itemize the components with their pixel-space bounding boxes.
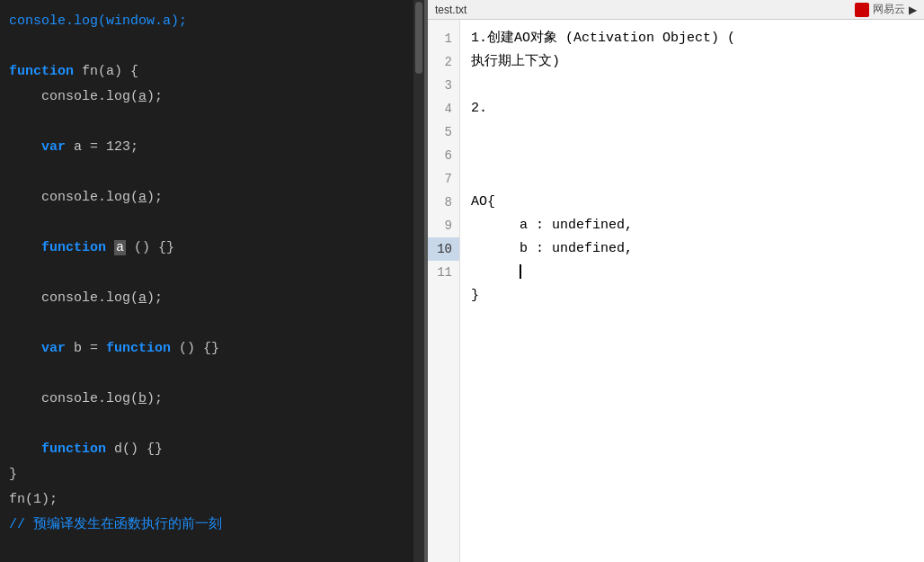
keyword-function3: function <box>106 336 171 361</box>
code-line-empty8 <box>0 412 413 437</box>
line-num-7: 7 <box>428 167 459 191</box>
code-line-empty4 <box>0 210 413 236</box>
keyword-function2: function <box>9 236 114 261</box>
code-text: console.log(a); <box>9 185 163 210</box>
code-line-empty3 <box>0 160 413 185</box>
text-line-2 <box>471 74 913 97</box>
code-text: console.log(a); <box>9 286 163 311</box>
code-line-4: console.log(a); <box>0 85 413 110</box>
code-line-12: console.log(a); <box>0 286 413 311</box>
line-num-1: 1 <box>428 27 459 50</box>
text-line-10 <box>471 261 913 284</box>
text-line-11: } <box>471 284 913 308</box>
code-text: fn(1); <box>9 487 58 513</box>
line-num-6: 6 <box>428 144 459 167</box>
line-num-5: 5 <box>428 120 459 144</box>
line-num-9: 9 <box>428 214 459 237</box>
code-line-19: } <box>0 462 413 487</box>
code-line-18: function d() {} <box>0 437 413 462</box>
code-line-empty5 <box>0 261 413 286</box>
text-line-5 <box>471 144 913 167</box>
line-number-column: 1 2 3 4 5 6 7 8 9 10 11 <box>428 20 460 562</box>
editor-scrollbar[interactable] <box>413 0 424 562</box>
line-num-4: 4 <box>428 97 459 120</box>
code-line-empty6 <box>0 311 413 336</box>
comment-text: // 预编译发生在函数执行的前一刻 <box>9 513 222 538</box>
code-text: console.log(a); <box>9 85 163 110</box>
text-line-7: AO{ <box>471 191 913 214</box>
text-lines[interactable]: 1.创建AO对象 (Activation Object) ( 执行期上下文) 2… <box>460 20 924 562</box>
line-num-11: 11 <box>428 261 459 284</box>
code-line-10: function a () {} <box>0 236 413 261</box>
keyword-function4: function <box>9 437 114 462</box>
keyword-var: var <box>9 135 74 160</box>
text-line-3: 2. <box>471 97 913 120</box>
line-num-2: 2 <box>428 50 459 74</box>
text-line-4 <box>471 120 913 144</box>
text-editor-panel: test.txt 网易云 ▶ 1 2 3 4 5 6 7 8 9 10 11 1… <box>428 0 924 562</box>
line-num-8: 8 <box>428 191 459 214</box>
tab-label[interactable]: test.txt <box>435 4 466 16</box>
keyword-var2: var <box>9 336 74 361</box>
text-line-8: a : undefined, <box>471 214 913 237</box>
code-line-3: function fn(a) { <box>0 59 413 85</box>
line-num-3: 3 <box>428 74 459 97</box>
code-line-1: console.log(window.a); <box>0 9 413 34</box>
code-line-20: fn(1); <box>0 487 413 513</box>
code-line-empty7 <box>0 361 413 387</box>
code-text: } <box>9 462 17 487</box>
code-editor-panel: console.log(window.a); function fn(a) { … <box>0 0 413 562</box>
code-line-14: var b = function () {} <box>0 336 413 361</box>
nav-arrow: ▶ <box>909 4 917 16</box>
brand-icon <box>855 3 869 17</box>
code-line-6: var a = 123; <box>0 135 413 160</box>
tab-header: test.txt 网易云 ▶ <box>428 0 924 20</box>
scrollbar-thumb[interactable] <box>415 2 422 74</box>
code-text: console.log(window.a); <box>9 9 187 34</box>
code-line-16: console.log(b); <box>0 387 413 412</box>
line-num-10: 10 <box>428 237 459 261</box>
code-line-empty <box>0 34 413 59</box>
keyword-function: function <box>9 59 82 85</box>
code-line-21: // 预编译发生在函数执行的前一刻 <box>0 513 413 538</box>
code-line-8: console.log(a); <box>0 185 413 210</box>
text-line-9: b : undefined, <box>471 237 913 261</box>
text-line-1: 1.创建AO对象 (Activation Object) ( <box>471 27 913 50</box>
text-line-6 <box>471 167 913 191</box>
text-line-1b: 执行期上下文) <box>471 50 913 74</box>
code-text: console.log(b); <box>9 387 163 412</box>
watermark-text: 网易云 <box>873 2 905 17</box>
text-cursor <box>520 264 521 279</box>
code-line-empty2 <box>0 110 413 135</box>
text-content-area: 1 2 3 4 5 6 7 8 9 10 11 1.创建AO对象 (Activa… <box>428 20 924 562</box>
